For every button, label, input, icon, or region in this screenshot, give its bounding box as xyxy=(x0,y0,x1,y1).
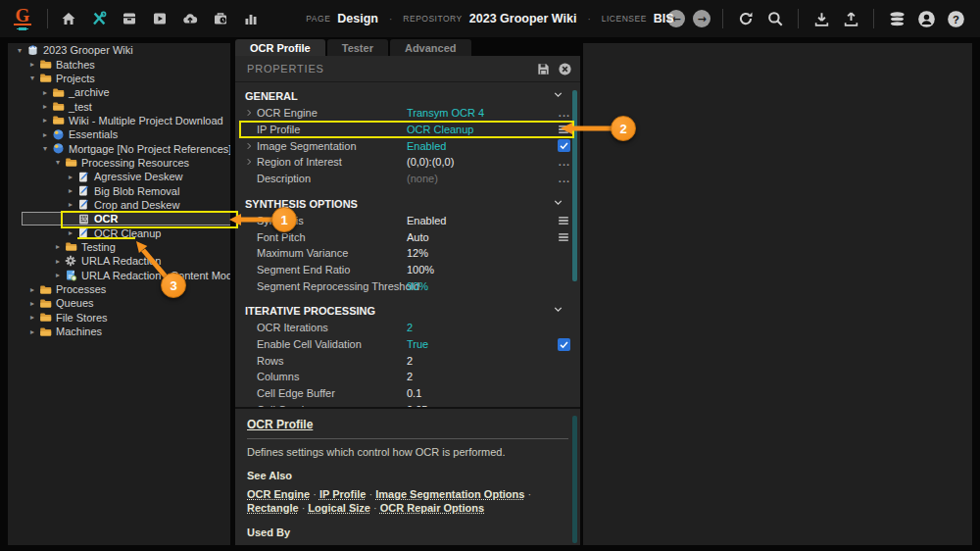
doc-link-image-segmentation-options[interactable]: Image Segmentation Options xyxy=(375,488,524,500)
tree-node-wiki-multiple-project-download[interactable]: ▸Wiki - Multiple Project Download xyxy=(8,114,230,127)
tree-expander-right-icon[interactable]: ▸ xyxy=(39,102,51,111)
section-header-synthesis-options[interactable]: SYNTHESIS OPTIONS xyxy=(235,195,580,213)
tree-expander-right-icon[interactable]: ▸ xyxy=(65,186,76,195)
home-icon[interactable] xyxy=(58,8,79,29)
tree-node-big-blob-removal[interactable]: ▸Big Blob Removal xyxy=(8,183,230,197)
chevron-down-icon[interactable] xyxy=(552,87,564,105)
property-value[interactable]: 0.1 xyxy=(407,387,421,399)
doc-link-ocr-repair-options[interactable]: OCR Repair Options xyxy=(380,502,484,514)
property-value[interactable]: Transym OCR 4 xyxy=(407,107,484,119)
tree-expander-right-icon[interactable]: ▸ xyxy=(26,327,38,336)
tree-node-batches[interactable]: ▸Batches xyxy=(8,57,230,71)
property-row-ip-profile[interactable]: IP ProfileOCR Cleanup xyxy=(235,122,580,138)
tree-expander-right-icon[interactable]: ▸ xyxy=(52,257,64,266)
property-row-description[interactable]: Description(none)... xyxy=(235,171,580,187)
property-value[interactable]: Enabled xyxy=(407,215,446,226)
tree-node-projects[interactable]: ▾Projects xyxy=(8,72,230,85)
section-header-general[interactable]: GENERAL xyxy=(235,87,580,105)
ellipsis-button[interactable]: ... xyxy=(559,159,570,165)
tree-node-processes[interactable]: ▸Processes xyxy=(8,282,230,296)
chevron-down-icon[interactable] xyxy=(552,302,564,320)
download-icon[interactable] xyxy=(810,8,832,29)
forward-icon[interactable]: → xyxy=(693,10,710,27)
doc-link-ip-profile[interactable]: IP Profile xyxy=(319,488,366,500)
dropdown-menu-button[interactable] xyxy=(557,214,570,227)
expand-chevron-icon[interactable] xyxy=(243,108,255,118)
tree-expander-down-icon[interactable]: ▾ xyxy=(39,144,51,153)
tree-expander-down-icon[interactable]: ▾ xyxy=(52,158,64,167)
tree-node-crop-and-deskew[interactable]: ▸Crop and Deskew xyxy=(8,198,230,212)
archive-box-icon[interactable] xyxy=(119,8,140,29)
upload-icon[interactable] xyxy=(840,8,861,29)
property-value[interactable]: 100% xyxy=(407,264,434,276)
tree-node-testing[interactable]: ▸Testing xyxy=(8,240,230,254)
property-row-rows[interactable]: Rows2 xyxy=(235,352,580,369)
doc-link-rectangle[interactable]: Rectangle xyxy=(247,502,299,514)
tree-expander-right-icon[interactable]: ▸ xyxy=(52,271,64,279)
search-icon[interactable] xyxy=(764,8,786,29)
property-value[interactable]: True xyxy=(407,338,428,350)
user-icon[interactable] xyxy=(915,8,937,29)
property-row-segment-end-ratio[interactable]: Segment End Ratio100% xyxy=(235,262,580,278)
property-value[interactable]: (0,0):(0,0) xyxy=(407,156,454,168)
tree-expander-right-icon[interactable]: ▸ xyxy=(65,173,76,181)
tree-node-processing-resources[interactable]: ▾Processing Resources xyxy=(8,156,230,170)
tree-expander-right-icon[interactable]: ▸ xyxy=(39,88,51,97)
tree-expander-down-icon[interactable]: ▾ xyxy=(14,46,25,55)
property-value[interactable]: 2 xyxy=(407,322,413,333)
back-icon[interactable]: ← xyxy=(667,10,685,27)
tree-node-urla-redaction[interactable]: ▸URLA Redaction xyxy=(8,254,230,268)
property-row-segment-reprocessing-threshold[interactable]: Segment Reprocessing Threshold90% xyxy=(235,277,580,294)
dropdown-menu-button[interactable] xyxy=(557,230,570,244)
tree-expander-right-icon[interactable]: ▸ xyxy=(26,313,38,322)
tree-node-urla-redaction-content-model[interactable]: ▸URLA Redaction - Content Model xyxy=(8,269,230,282)
property-value[interactable]: 90% xyxy=(407,280,428,292)
description-scrollbar-thumb[interactable] xyxy=(572,416,577,543)
property-value[interactable]: 2 xyxy=(407,371,413,382)
chevron-down-icon[interactable] xyxy=(552,195,564,213)
tree-node-ocr-cleanup[interactable]: ▸OCR Cleanup xyxy=(8,225,230,239)
tree-node-2023-grooper-wiki[interactable]: ▾2023 Grooper Wiki xyxy=(8,43,230,57)
property-value[interactable]: 12% xyxy=(407,247,428,259)
refresh-icon[interactable] xyxy=(735,8,757,29)
tree-expander-right-icon[interactable]: ▸ xyxy=(39,130,51,139)
property-row-maximum-variance[interactable]: Maximum Variance12% xyxy=(235,245,580,262)
tree-expander-down-icon[interactable]: ▾ xyxy=(26,74,38,82)
tree-expander-right-icon[interactable]: ▸ xyxy=(52,242,64,251)
checkbox-checked[interactable] xyxy=(558,338,570,351)
tab-advanced[interactable]: Advanced xyxy=(390,39,471,56)
checkbox-checked[interactable] xyxy=(558,139,570,152)
property-value[interactable]: OCR Cleanup xyxy=(407,124,473,135)
tree-node-test[interactable]: ▸_test xyxy=(8,99,230,113)
property-row-image-segmentation[interactable]: Image SegmentationEnabled xyxy=(235,137,580,154)
briefcase-clock-icon[interactable] xyxy=(210,8,231,29)
tree-expander-right-icon[interactable]: ▸ xyxy=(26,299,38,308)
tree-node-machines[interactable]: ▸Machines xyxy=(8,325,230,338)
tree-expander-right-icon[interactable]: ▸ xyxy=(26,60,38,69)
property-value[interactable]: Auto xyxy=(407,231,429,243)
tree-node-agressive-deskew[interactable]: ▸Agressive Deskew xyxy=(8,170,230,183)
property-row-font-pitch[interactable]: Font PitchAuto xyxy=(235,228,580,245)
property-row-ocr-iterations[interactable]: OCR Iterations2 xyxy=(235,320,580,336)
tree-node-queues[interactable]: ▸Queues xyxy=(8,296,230,310)
property-row-synthesis[interactable]: SynthesisEnabled xyxy=(235,213,580,229)
cloud-upload-icon[interactable] xyxy=(179,8,201,29)
grooper-logo[interactable]: G xyxy=(8,4,37,33)
help-icon[interactable]: ? xyxy=(945,8,966,29)
property-row-cell-edge-buffer[interactable]: Cell Edge Buffer0.1 xyxy=(235,385,580,402)
tab-ocr-profile[interactable]: OCR Profile xyxy=(235,39,325,56)
property-row-columns[interactable]: Columns2 xyxy=(235,369,580,385)
tree-node-archive[interactable]: ▸_archive xyxy=(8,85,230,99)
doc-link-logical-size[interactable]: Logical Size xyxy=(308,502,370,514)
expand-chevron-icon[interactable] xyxy=(243,157,255,167)
properties-scrollbar-thumb[interactable] xyxy=(572,90,577,281)
section-header-iterative-processing[interactable]: ITERATIVE PROCESSING xyxy=(235,302,580,320)
layers-icon[interactable] xyxy=(886,8,907,29)
expand-chevron-icon[interactable] xyxy=(243,141,255,151)
property-value[interactable]: 2 xyxy=(407,355,413,367)
save-icon[interactable] xyxy=(535,61,551,76)
tree-expander-right-icon[interactable]: ▸ xyxy=(39,116,51,125)
tree-node-file-stores[interactable]: ▸File Stores xyxy=(8,311,230,325)
ellipsis-button[interactable]: ... xyxy=(559,110,570,116)
property-value[interactable]: (none) xyxy=(407,173,438,184)
